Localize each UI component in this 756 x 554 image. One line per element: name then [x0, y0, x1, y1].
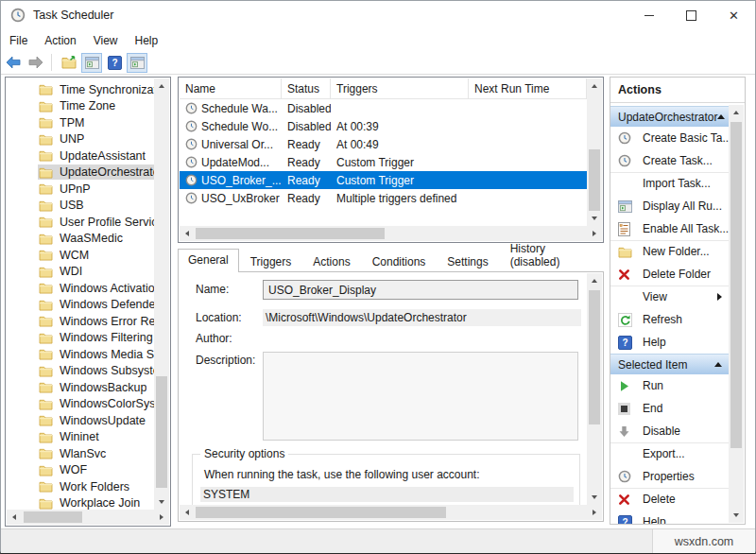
tree-item-windows-media-sha[interactable]: Windows Media Sha — [6, 346, 155, 363]
task-row-universal-or[interactable]: Universal Or...ReadyAt 00:49 — [180, 135, 587, 153]
tab-general[interactable]: General — [178, 249, 239, 272]
tree-item-time-zone[interactable]: Time Zone — [6, 98, 155, 115]
section-header-selected-item[interactable]: Selected Item — [610, 354, 730, 374]
task-row-updatemod[interactable]: UpdateMod...ReadyCustom Trigger — [180, 153, 587, 171]
tree-item-updateorchestrator[interactable]: UpdateOrchestrator — [6, 164, 155, 182]
scroll-down-button[interactable] — [587, 490, 602, 505]
tab-settings[interactable]: Settings — [437, 251, 498, 272]
column-header-triggers[interactable]: Triggers — [331, 78, 469, 98]
action-help[interactable]: ?Help — [610, 511, 730, 524]
column-header-status[interactable]: Status — [282, 78, 331, 98]
menu-help[interactable]: Help — [127, 31, 167, 50]
tree-item-wdi[interactable]: WDI — [6, 264, 155, 281]
scroll-right-button[interactable] — [154, 510, 169, 525]
toolbar-back-arrow-button[interactable] — [3, 53, 24, 73]
action-create-basic-ta[interactable]: Create Basic Ta... — [610, 127, 730, 149]
minimize-button[interactable] — [627, 1, 670, 29]
action-delete[interactable]: Delete — [610, 488, 730, 511]
tree-item-usb[interactable]: USB — [6, 198, 155, 215]
tree-item-windows-defender[interactable]: Windows Defender — [6, 297, 155, 314]
scroll-left-button[interactable] — [180, 505, 195, 520]
vertical-scrollbar[interactable] — [154, 78, 169, 510]
scroll-up-button[interactable] — [587, 273, 602, 288]
action-export[interactable]: Export... — [610, 442, 730, 465]
tree-item-windows-error-repo[interactable]: Windows Error Repo — [6, 313, 155, 330]
horizontal-scrollbar[interactable] — [180, 505, 602, 520]
task-row-schedule-wo[interactable]: Schedule Wo...DisabledAt 00:39 — [180, 117, 587, 135]
tree-item-wcm[interactable]: WCM — [6, 247, 155, 264]
tree-item-upnp[interactable]: UPnP — [6, 181, 155, 198]
horizontal-scrollbar[interactable] — [7, 510, 169, 525]
toolbar-console-tree-button[interactable] — [81, 53, 102, 73]
tab-conditions[interactable]: Conditions — [362, 251, 437, 272]
toolbar-forward-arrow-button[interactable] — [26, 53, 46, 73]
tab-triggers[interactable]: Triggers — [240, 251, 302, 272]
collapse-section-icon[interactable] — [717, 114, 725, 119]
action-display-all-ru[interactable]: Display All Ru... — [610, 195, 730, 217]
scrollbar-thumb[interactable] — [156, 376, 167, 489]
tree-item-wof[interactable]: WOF — [6, 462, 155, 479]
tree-item-updateassistant[interactable]: UpdateAssistant — [6, 147, 155, 164]
action-enable-all-task[interactable]: Enable All Task... — [610, 217, 730, 240]
scrollbar-thumb[interactable] — [730, 122, 742, 448]
action-delete-folder[interactable]: Delete Folder — [610, 263, 730, 286]
scrollbar-thumb[interactable] — [589, 149, 600, 212]
menu-view[interactable]: View — [85, 31, 127, 50]
action-new-folder[interactable]: New Folder... — [610, 240, 730, 263]
action-help[interactable]: ?Help — [610, 331, 730, 354]
tree-item-windows-activation[interactable]: Windows Activation — [6, 280, 155, 297]
tree-item-wininet[interactable]: Wininet — [6, 429, 155, 446]
tree-item-wlansvc[interactable]: WlanSvc — [6, 445, 155, 462]
task-row-uso-broker[interactable]: USO_Broker_...ReadyCustom Trigger — [180, 171, 587, 189]
close-button[interactable]: ✕ — [713, 1, 755, 29]
tab-actions[interactable]: Actions — [302, 251, 360, 272]
action-disable[interactable]: Disable — [610, 420, 730, 442]
scroll-right-button[interactable] — [587, 505, 602, 520]
toolbar-action-pane-button[interactable] — [127, 53, 147, 73]
tree-item-windowscolorsyste[interactable]: WindowsColorSyste — [6, 396, 155, 413]
tree-item-time-synchronizatio[interactable]: Time Synchronizatio — [6, 81, 155, 98]
task-name-field[interactable]: USO_Broker_Display — [263, 280, 578, 300]
scroll-left-button[interactable] — [180, 226, 195, 241]
description-field[interactable] — [263, 352, 578, 441]
menu-file[interactable]: File — [1, 31, 36, 50]
scroll-down-button[interactable] — [587, 211, 602, 226]
tree-item-windowsbackup[interactable]: WindowsBackup — [6, 379, 155, 396]
task-row-schedule-wa[interactable]: Schedule Wa...Disabled — [180, 99, 587, 117]
menu-action[interactable]: Action — [36, 31, 84, 50]
tree-item-work-folders[interactable]: Work Folders — [6, 478, 155, 495]
scrollbar-thumb[interactable] — [196, 228, 385, 239]
toolbar-help-button[interactable]: ? — [104, 53, 125, 73]
scroll-up-button[interactable] — [154, 78, 169, 94]
tree-item-waasmedic[interactable]: WaaSMedic — [6, 231, 155, 248]
scroll-up-button[interactable] — [587, 78, 602, 94]
toolbar-export-list-button[interactable] — [59, 53, 79, 73]
scroll-down-button[interactable] — [729, 508, 744, 523]
column-header-name[interactable]: Name — [180, 78, 282, 98]
maximize-button[interactable] — [670, 1, 713, 29]
action-import-task[interactable]: Import Task... — [610, 172, 730, 195]
tree-item-unp[interactable]: UNP — [6, 131, 155, 148]
action-refresh[interactable]: Refresh — [610, 308, 730, 331]
tree-item-windowsupdate[interactable]: WindowsUpdate — [6, 412, 155, 429]
tab-history-disabled[interactable]: History (disabled) — [500, 237, 603, 272]
vertical-scrollbar[interactable] — [729, 105, 744, 523]
task-row-uso-uxbroker[interactable]: USO_UxBrokerReadyMultiple triggers defin… — [180, 189, 587, 207]
tree-item-tpm[interactable]: TPM — [6, 114, 155, 131]
tree-item-workplace-join[interactable]: Workplace Join — [6, 495, 155, 511]
tree-item-user-profile-service[interactable]: User Profile Service — [6, 214, 155, 231]
vertical-scrollbar[interactable] — [587, 78, 602, 226]
scrollbar-thumb[interactable] — [589, 290, 600, 424]
scroll-down-button[interactable] — [154, 494, 169, 510]
action-view[interactable]: View — [610, 286, 730, 308]
collapse-section-icon[interactable] — [714, 362, 722, 367]
section-header-updateorchestrator[interactable]: UpdateOrchestrator — [610, 106, 730, 127]
vertical-scrollbar[interactable] — [587, 273, 602, 505]
action-run[interactable]: Run — [610, 374, 730, 397]
tree-item-windows-subsystem[interactable]: Windows Subsystem — [6, 363, 155, 380]
action-properties[interactable]: Properties — [610, 465, 730, 488]
scrollbar-thumb[interactable] — [196, 507, 446, 518]
action-create-task[interactable]: Create Task... — [610, 149, 730, 172]
scrollbar-thumb[interactable] — [24, 511, 82, 523]
action-end[interactable]: End — [610, 397, 730, 420]
